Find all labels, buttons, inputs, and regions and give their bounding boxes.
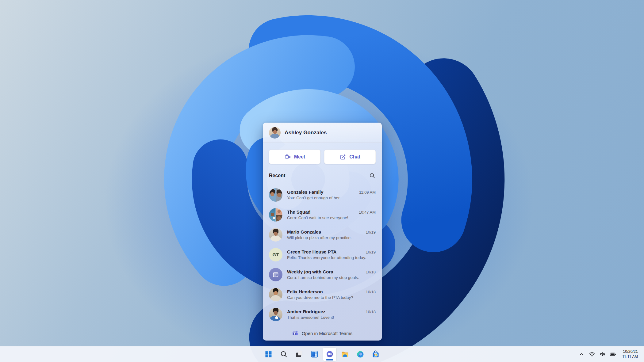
conversation-time: 10/19 — [366, 230, 376, 234]
conversation-row[interactable]: The Squad 10:47 AM Cora: Can’t wait to s… — [263, 205, 382, 225]
task-view-button[interactable] — [292, 348, 306, 361]
conversation-preview: Will pick up pizza after my practice. — [287, 235, 376, 240]
conversation-row[interactable]: Mario Gonzales 10/19 Will pick up pizza … — [263, 225, 382, 245]
widgets-icon — [311, 350, 318, 358]
recent-label: Recent — [269, 173, 285, 178]
battery-icon — [610, 351, 616, 357]
conversation-time: 11:09 AM — [359, 190, 376, 195]
conversation-preview: You: Can’t get enough of her. — [287, 196, 376, 200]
wifi-icon — [589, 351, 595, 357]
conversation-row[interactable]: GT Green Tree House PTA 10/19 Felix: Tha… — [263, 245, 382, 265]
conversation-avatar — [269, 208, 282, 222]
store-button[interactable] — [369, 348, 382, 361]
conversation-text: The Squad 10:47 AM Cora: Can’t wait to s… — [287, 209, 376, 220]
meet-button[interactable]: Meet — [269, 150, 320, 164]
edge-button[interactable] — [354, 348, 367, 361]
conversation-row[interactable]: Amber Rodriguez 10/18 That is awesome! L… — [263, 304, 382, 324]
teams-chat-flyout: Ashley Gonzales Meet Chat Recent — [263, 123, 382, 341]
conversation-time: 10/18 — [366, 270, 376, 274]
widgets-button[interactable] — [308, 348, 321, 361]
conversation-list: Gonzales Family 11:09 AM You: Can’t get … — [263, 185, 382, 325]
conversation-text: Mario Gonzales 10/19 Will pick up pizza … — [287, 229, 376, 240]
network-status[interactable] — [587, 348, 596, 360]
conversation-preview: That is awesome! Love it! — [287, 315, 376, 320]
conversation-avatar — [269, 188, 282, 202]
search-icon — [280, 350, 288, 358]
tray-time: 11:11 AM — [622, 354, 638, 360]
conversation-name: Mario Gonzales — [287, 229, 321, 234]
conversation-text: Green Tree House PTA 10/19 Felix: Thanks… — [287, 249, 376, 260]
conversation-name: Amber Rodriguez — [287, 309, 325, 314]
teams-chat-button[interactable] — [323, 348, 336, 361]
recent-header: Recent — [269, 172, 376, 180]
volume-status[interactable] — [598, 348, 607, 360]
conversation-time: 10/18 — [366, 290, 376, 294]
conversation-avatar — [269, 288, 282, 301]
conversation-preview: Can you drive me to the PTA today? — [287, 295, 376, 300]
flyout-actions: Meet Chat — [269, 150, 376, 164]
conversation-name: Weekly jog with Cora — [287, 269, 333, 274]
speaker-icon — [600, 351, 605, 357]
user-avatar — [269, 127, 281, 139]
conversation-name: Green Tree House PTA — [287, 249, 336, 254]
store-icon — [372, 350, 380, 358]
file-explorer-button[interactable] — [338, 348, 352, 361]
compose-icon — [339, 154, 346, 160]
conversation-preview: Cora: Can’t wait to see everyone! — [287, 215, 376, 220]
conversation-preview: Felix: Thanks everyone for attending tod… — [287, 255, 376, 260]
battery-status[interactable] — [608, 348, 617, 360]
search-icon[interactable] — [369, 172, 376, 179]
open-in-teams-button[interactable]: Open in Microsoft Teams — [263, 326, 382, 341]
conversation-avatar — [269, 268, 282, 281]
search-button[interactable] — [277, 348, 290, 361]
conversation-row[interactable]: Felix Henderson 10/18 Can you drive me t… — [263, 284, 382, 304]
calendar-icon — [272, 271, 279, 278]
microsoft-teams-icon — [292, 330, 299, 337]
edge-icon — [356, 350, 364, 358]
open-in-teams-label: Open in Microsoft Teams — [302, 331, 353, 336]
conversation-preview: Cora: I am so behind on my step goals. — [287, 275, 376, 280]
conversation-time: 10/19 — [366, 250, 376, 254]
system-tray: 10/20/21 11:11 AM — [577, 346, 644, 362]
conversation-name: Felix Henderson — [287, 289, 323, 294]
chat-button-label: Chat — [349, 154, 360, 160]
conversation-avatar: GT — [269, 248, 282, 261]
video-camera-icon — [284, 154, 291, 160]
task-view-icon — [295, 350, 303, 358]
chevron-up-icon — [579, 352, 584, 357]
clock[interactable]: 10/20/21 11:11 AM — [621, 349, 639, 360]
folder-icon — [341, 350, 349, 358]
tray-date: 10/20/21 — [622, 349, 638, 354]
conversation-avatar — [269, 228, 282, 242]
conversation-name: The Squad — [287, 209, 311, 215]
taskbar: 10/20/21 11:11 AM — [0, 346, 644, 362]
avatar-initials: GT — [273, 252, 279, 257]
conversation-avatar — [269, 308, 282, 321]
teams-chat-icon — [326, 350, 334, 358]
chat-button[interactable]: Chat — [324, 150, 376, 164]
conversation-row[interactable]: Weekly jog with Cora 10/18 Cora: I am so… — [263, 265, 382, 284]
conversation-text: Gonzales Family 11:09 AM You: Can’t get … — [287, 189, 376, 200]
taskbar-center — [262, 348, 382, 361]
user-name: Ashley Gonzales — [285, 130, 327, 136]
conversation-name: Gonzales Family — [287, 189, 323, 195]
conversation-time: 10/18 — [366, 310, 376, 314]
show-hidden-icons-button[interactable] — [577, 348, 586, 360]
flyout-header: Ashley Gonzales — [263, 123, 382, 143]
conversation-row[interactable]: Gonzales Family 11:09 AM You: Can’t get … — [263, 185, 382, 205]
conversation-time: 10:47 AM — [359, 210, 376, 215]
meet-button-label: Meet — [294, 154, 305, 160]
start-button[interactable] — [262, 348, 275, 361]
windows-logo-icon — [265, 350, 272, 358]
conversation-text: Amber Rodriguez 10/18 That is awesome! L… — [287, 309, 376, 320]
conversation-text: Weekly jog with Cora 10/18 Cora: I am so… — [287, 269, 376, 280]
conversation-text: Felix Henderson 10/18 Can you drive me t… — [287, 289, 376, 300]
